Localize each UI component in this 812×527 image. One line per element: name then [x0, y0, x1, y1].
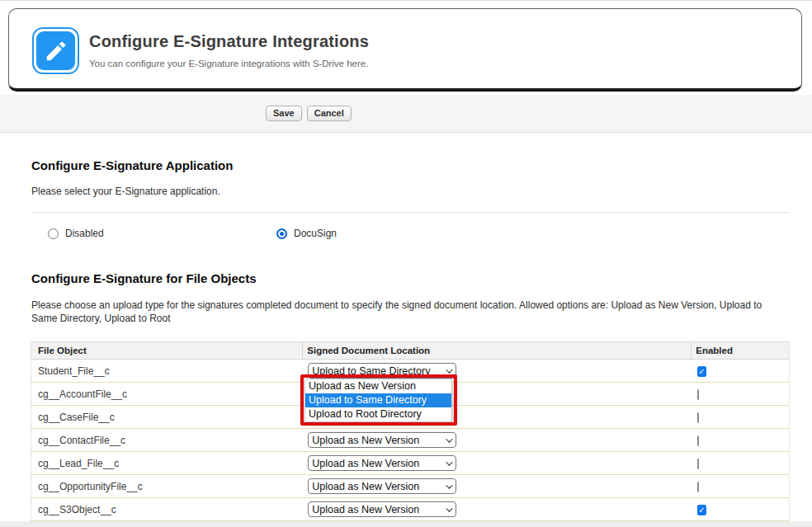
file-objects-section-description: Please choose an upload type for the sig… — [31, 299, 768, 325]
table-header-row: File Object Signed Document Location Ena… — [31, 341, 789, 360]
location-select[interactable]: Upload as New Version — [308, 455, 456, 471]
enabled-checkbox[interactable] — [697, 482, 699, 492]
dropdown-option[interactable]: Upload to Root Directory — [305, 407, 451, 421]
chevron-down-icon — [446, 505, 452, 511]
location-select-value: Upload as New Version — [312, 504, 419, 515]
radio-circle-icon — [276, 228, 287, 239]
file-objects-section-title: Configure E-Signature for File Objects — [31, 271, 257, 285]
location-dropdown-open: Upload as New VersionUpload to Same Dire… — [304, 379, 452, 422]
radio-label: DocuSign — [294, 228, 337, 239]
pencil-icon-glyph — [44, 39, 68, 64]
radio-circle-icon — [48, 228, 59, 239]
radio-option-docusign[interactable]: DocuSign — [276, 228, 337, 239]
table-row: cg__ContactFile__c Upload as New Version — [31, 429, 789, 452]
enabled-checkbox[interactable] — [697, 459, 699, 469]
chevron-down-icon — [446, 482, 452, 488]
location-select-value: Upload to Same Directory — [312, 365, 430, 377]
file-object-label: cg__Lead_File__c — [38, 458, 119, 469]
page-top-border — [0, 0, 812, 1]
file-object-label: cg__CaseFile__c — [38, 412, 115, 423]
table-row: cg__S3Object__c Upload as New Version ✓ — [31, 498, 789, 521]
enabled-checkbox[interactable] — [697, 412, 699, 423]
enabled-checkbox[interactable]: ✓ — [697, 505, 706, 515]
file-object-label: Student_File__c — [38, 365, 110, 377]
location-select-value: Upload as New Version — [312, 435, 419, 446]
enabled-checkbox[interactable] — [697, 389, 699, 400]
column-header-signed-document-location: Signed Document Location — [303, 341, 692, 360]
app-section-title: Configure E-Signature Application — [31, 158, 233, 172]
cancel-button[interactable]: Cancel — [307, 106, 352, 121]
location-select[interactable]: Upload as New Version — [308, 478, 456, 494]
chevron-down-icon — [446, 459, 452, 465]
chevron-down-icon — [446, 366, 452, 373]
dropdown-option[interactable]: Upload as New Version — [305, 379, 451, 393]
pencil-icon — [32, 27, 79, 74]
enabled-checkbox[interactable]: ✓ — [697, 366, 706, 377]
section-divider — [31, 212, 790, 213]
chevron-down-icon — [446, 435, 452, 442]
column-header-enabled: Enabled — [692, 346, 789, 355]
column-header-file-object: File Object — [31, 341, 303, 360]
location-select[interactable]: Upload as New Version — [308, 432, 456, 448]
file-object-label: cg__S3Object__c — [38, 504, 116, 515]
page-bottom-strip — [0, 521, 812, 527]
header-panel: Configure E-Signature Integrations You c… — [8, 8, 802, 92]
location-select-value: Upload as New Version — [312, 481, 419, 492]
pencil-icon-background — [36, 31, 75, 70]
table-row: cg__Lead_File__c Upload as New Version — [31, 452, 789, 475]
page-title: Configure E-Signature Integrations — [89, 32, 369, 51]
radio-label: Disabled — [65, 228, 104, 239]
location-select[interactable]: Upload to Same Directory — [308, 363, 456, 379]
location-select-value: Upload as New Version — [312, 458, 419, 469]
table-row: cg__OpportunityFile__c Upload as New Ver… — [31, 475, 789, 498]
file-objects-table: File Object Signed Document Location Ena… — [31, 341, 790, 521]
file-object-label: cg__AccountFile__c — [38, 388, 127, 400]
file-object-label: cg__ContactFile__c — [38, 435, 125, 446]
enabled-checkbox[interactable] — [697, 435, 699, 446]
app-section-description: Please select your E-Signature applicati… — [31, 185, 220, 198]
page-subtitle: You can configure your E-Signature integ… — [89, 59, 369, 68]
toolbar: Save Cancel — [0, 95, 812, 133]
file-object-label: cg__OpportunityFile__c — [38, 481, 143, 492]
location-select[interactable]: Upload as New Version — [308, 501, 456, 517]
dropdown-option[interactable]: Upload to Same Directory — [305, 393, 451, 407]
radio-option-disabled[interactable]: Disabled — [48, 228, 104, 239]
save-button[interactable]: Save — [266, 106, 302, 121]
